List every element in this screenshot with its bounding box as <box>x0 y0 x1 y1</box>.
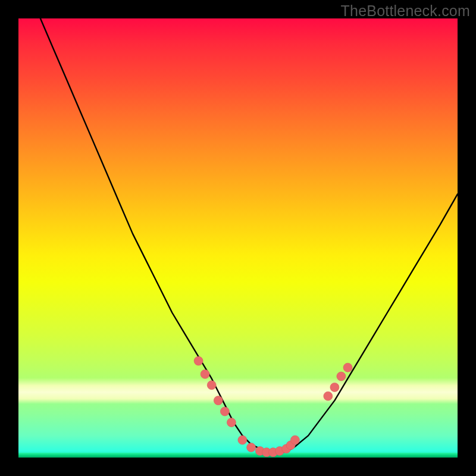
data-marker <box>201 369 209 378</box>
data-marker <box>343 363 352 372</box>
outer-frame: TheBottleneck.com <box>0 0 476 476</box>
bottom-green-strip <box>18 453 458 458</box>
highlight-band <box>18 378 458 404</box>
curve-layer <box>18 18 458 458</box>
data-marker <box>330 383 339 392</box>
data-marker <box>324 392 333 400</box>
data-marker <box>227 418 236 427</box>
data-marker <box>194 356 203 365</box>
data-marker <box>220 407 229 416</box>
data-marker <box>337 372 346 381</box>
watermark-text: TheBottleneck.com <box>341 2 470 20</box>
data-marker <box>214 396 223 405</box>
data-marker <box>207 381 216 390</box>
data-marker <box>238 436 247 444</box>
data-marker <box>282 444 291 453</box>
data-marker <box>286 441 295 450</box>
bottleneck-curve <box>40 18 458 453</box>
marker-group <box>194 356 352 457</box>
data-marker <box>247 443 256 452</box>
data-marker <box>290 436 299 444</box>
plot-area <box>18 18 458 458</box>
